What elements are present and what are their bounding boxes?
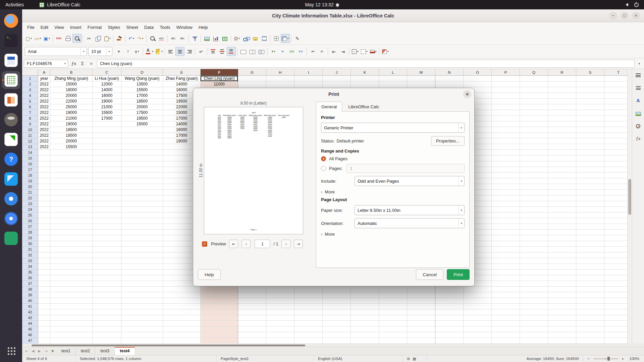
cell-P35[interactable] — [492, 269, 520, 275]
sort-ascending[interactable]: AZ↓ — [169, 34, 178, 43]
cell-Q19[interactable] — [520, 178, 548, 184]
cell-Q29[interactable] — [520, 235, 548, 241]
cell-C45[interactable] — [93, 326, 121, 332]
cell-R11[interactable] — [548, 133, 576, 138]
cell-R13[interactable] — [548, 144, 576, 150]
row-header-6[interactable]: 6 — [22, 104, 38, 110]
print-preview[interactable] — [72, 34, 82, 43]
cell-E42[interactable] — [163, 309, 201, 315]
spelling[interactable]: ABC — [157, 34, 166, 43]
cell-P40[interactable] — [492, 298, 520, 304]
horizontal-scrollbar-thumb[interactable] — [32, 345, 305, 346]
cell-P41[interactable] — [492, 304, 520, 309]
row-header-27[interactable]: 27 — [22, 224, 38, 230]
cell-P15[interactable] — [492, 156, 520, 161]
cell-E45[interactable] — [163, 326, 201, 332]
previous-sheet-button[interactable]: ◀ — [30, 347, 36, 355]
cell-M43[interactable] — [407, 315, 435, 321]
help-button[interactable]: Help — [198, 269, 221, 280]
cell-P19[interactable] — [492, 178, 520, 184]
cell-A27[interactable] — [38, 224, 50, 230]
cell-R34[interactable] — [548, 264, 576, 269]
cell-B24[interactable] — [50, 207, 93, 213]
cell-B32[interactable] — [50, 252, 93, 258]
dialog-close-icon[interactable]: × — [463, 90, 471, 98]
cell-C30[interactable] — [93, 241, 121, 247]
row-header-29[interactable]: 29 — [22, 235, 38, 241]
cell-D26[interactable] — [121, 218, 163, 224]
cell-R47[interactable] — [548, 338, 576, 344]
cell-K2[interactable] — [351, 81, 379, 87]
cell-S14[interactable] — [576, 150, 604, 156]
cell-T13[interactable] — [604, 144, 627, 150]
cell-A43[interactable] — [38, 315, 50, 321]
cell-H42[interactable] — [266, 309, 294, 315]
menu-insert[interactable]: Insert — [67, 23, 85, 32]
cell-T6[interactable] — [604, 104, 627, 110]
cell-R40[interactable] — [548, 298, 576, 304]
cell-Q16[interactable] — [520, 161, 548, 167]
align-right[interactable] — [184, 47, 194, 56]
cell-B6[interactable]: 25000 — [50, 104, 93, 110]
cell-E39[interactable] — [163, 292, 201, 298]
minimize-button[interactable]: − — [609, 12, 617, 20]
next-sheet-button[interactable]: ▶ — [36, 347, 43, 355]
cell-C35[interactable] — [93, 269, 121, 275]
row-header-10[interactable]: 10 — [22, 127, 38, 133]
cell-A25[interactable] — [38, 213, 50, 218]
vertical-scrollbar[interactable] — [627, 69, 632, 344]
cell-L44[interactable] — [379, 321, 407, 326]
cell-R23[interactable] — [548, 201, 576, 207]
cell-D17[interactable] — [121, 167, 163, 173]
cell-D30[interactable] — [121, 241, 163, 247]
cell-T18[interactable] — [604, 173, 627, 178]
pages-range-input[interactable] — [346, 164, 465, 173]
cell-R37[interactable] — [548, 281, 576, 287]
cell-P46[interactable] — [492, 332, 520, 338]
zoom-in-button[interactable]: + — [621, 356, 625, 361]
row-header-45[interactable]: 45 — [22, 326, 38, 332]
cell-M40[interactable] — [407, 298, 435, 304]
cell-S38[interactable] — [576, 287, 604, 292]
cell-C14[interactable] — [93, 150, 121, 156]
cell-P37[interactable] — [492, 281, 520, 287]
layout-more-expander[interactable]: › More — [321, 232, 465, 237]
cell-P21[interactable] — [492, 190, 520, 195]
dropdown-arrow-icon[interactable]: ▾ — [49, 37, 50, 40]
cell-B10[interactable]: 18500 — [50, 127, 93, 133]
column-header-R[interactable]: R — [548, 69, 576, 76]
cell-A41[interactable] — [38, 304, 50, 309]
cell-D37[interactable] — [121, 281, 163, 287]
cell-D7[interactable]: 17500 — [121, 110, 163, 116]
cell-G40[interactable] — [238, 298, 266, 304]
cell-S6[interactable] — [576, 104, 604, 110]
cell-D14[interactable] — [121, 150, 163, 156]
cell-S40[interactable] — [576, 298, 604, 304]
cell-R41[interactable] — [548, 304, 576, 309]
selection-statistics[interactable]: Average: 16450; Sum: 164500 — [523, 355, 583, 362]
cell-H2[interactable] — [266, 81, 294, 87]
cell-C47[interactable] — [93, 338, 121, 344]
cell-C25[interactable] — [93, 213, 121, 218]
cell-T7[interactable] — [604, 110, 627, 116]
cell-P18[interactable] — [492, 173, 520, 178]
row-header-15[interactable]: 15 — [22, 156, 38, 161]
cell-C19[interactable] — [93, 178, 121, 184]
cell-C46[interactable] — [93, 332, 121, 338]
cell-T30[interactable] — [604, 241, 627, 247]
cell-T44[interactable] — [604, 321, 627, 326]
cell-N1[interactable] — [435, 76, 464, 81]
properties-button[interactable]: Properties... — [431, 136, 465, 146]
cell-G46[interactable] — [238, 332, 266, 338]
row-header-14[interactable]: 14 — [22, 150, 38, 156]
cell-B8[interactable]: 21000 — [50, 116, 93, 121]
cell-R39[interactable] — [548, 292, 576, 298]
column-header-P[interactable]: P — [492, 69, 520, 76]
tab-libreoffice-calc[interactable]: LibreOffice Calc — [343, 102, 384, 112]
cell-Q23[interactable] — [520, 201, 548, 207]
save[interactable]: ▣▾ — [42, 34, 51, 43]
cell-P2[interactable] — [492, 81, 520, 87]
column-header-N[interactable]: N — [435, 69, 464, 76]
cell-S15[interactable] — [576, 156, 604, 161]
cell-P6[interactable] — [492, 104, 520, 110]
